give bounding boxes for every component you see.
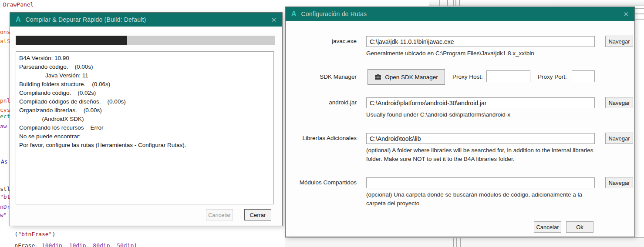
b4a-logo-icon: A (291, 10, 297, 18)
toolbar-separator (455, 0, 456, 6)
editor-code-token: alS (0, 38, 10, 44)
additional-libraries-browse-button[interactable]: Navegar (605, 133, 633, 144)
cancel-button[interactable]: Cancelar (534, 221, 561, 233)
b4a-logo-icon: A (16, 16, 21, 23)
close-button[interactable]: Cerrar (244, 209, 271, 220)
code-segment: 50dip (117, 242, 134, 247)
code-segment: ) (134, 242, 137, 247)
compile-dialog-title: Compilar & Depurar Rápido (Build: Defaul… (26, 16, 271, 23)
log-line: B4A Versión: 10.90 (19, 54, 273, 63)
editor-code-token: ons (0, 29, 10, 35)
shared-modules-label: Módulos Compartidos (286, 179, 357, 186)
background-panel-edge (635, 13, 644, 14)
log-line: Organizando librerías. (0.00s) (19, 106, 273, 115)
code-segment: 10dip (69, 242, 86, 247)
code-segment: , (86, 242, 93, 247)
log-line: Parseando código. (0.00s) (19, 63, 273, 71)
compile-dialog: A Compilar & Depurar Rápido (Build: Defa… (10, 12, 283, 226)
editor-code-token: nDr (0, 204, 10, 210)
proxy-host-input[interactable] (486, 70, 530, 82)
log-line: Compilado códigos de diseños. (0.00s) (19, 97, 273, 106)
javac-browse-button[interactable]: Navegar (605, 36, 633, 47)
code-segment: , (62, 242, 69, 247)
background-panel-edge (635, 19, 644, 20)
editor-code-line: nErase, 100dip, 10dip, 80dip, 50dip) (1, 236, 137, 247)
log-line: No se puede encontrar: (19, 132, 273, 141)
toolbar-separator (456, 238, 457, 247)
additional-libraries-label: Librerías Adicionales (286, 135, 357, 141)
editor-code-token: As (1, 158, 8, 165)
paths-dialog-titlebar[interactable]: A Configuración de Rutas ✕ (286, 7, 634, 21)
open-sdk-manager-button[interactable]: Open SDK Manager (368, 69, 445, 85)
compile-dialog-titlebar[interactable]: A Compilar & Depurar Rápido (Build: Defa… (10, 13, 282, 27)
shared-modules-browse-button[interactable]: Navegar (605, 177, 633, 188)
log-line: Compilando código. (0.02s) (19, 89, 273, 97)
android-jar-hint: Usually found under C:\android-sdk\platf… (366, 110, 599, 119)
editor-code-token: aw (0, 123, 7, 130)
log-line: Por favor, configure las rutas (Herramie… (19, 141, 273, 150)
log-line: Compilando los recursos Error (19, 124, 273, 132)
editor-code-token: stl (0, 186, 10, 192)
shared-modules-hint: (opcional) Una carpeta donde se buscarán… (366, 190, 599, 208)
code-segment: 80dip (93, 242, 110, 247)
javac-label: javac.exe (286, 38, 357, 44)
b4a-ide-screen: DrawPanel ons alS pnl cvs ect aw As stl … (0, 0, 644, 247)
toolbar-separator (439, 0, 440, 6)
editor-code-token: ect (0, 113, 10, 120)
toolbox-icon (374, 74, 381, 80)
editor-code-token: w" (0, 212, 7, 218)
toolbar-separator (453, 238, 454, 247)
proxy-port-label: Proxy Port: (538, 73, 571, 80)
close-icon[interactable]: ✕ (271, 17, 276, 23)
ide-bottom-strip (285, 237, 644, 247)
editor-code-token: cvs (0, 107, 10, 113)
toolbar-separator (447, 0, 448, 6)
sdk-manager-label: SDK Manager (286, 73, 357, 80)
log-line: Building folders structure. (0.06s) (19, 80, 273, 89)
paths-dialog-title: Configuración de Rutas (301, 10, 624, 17)
javac-hint: Generalmente ubicado en C:\Program Files… (366, 49, 599, 58)
ide-toolbar-strip (429, 0, 644, 6)
paths-config-dialog: A Configuración de Rutas ✕ javac.exe Nav… (285, 7, 635, 237)
additional-libraries-input[interactable] (366, 133, 595, 144)
additional-libraries-hint: (optional) A folder where libraries will… (366, 146, 599, 164)
code-segment: 100dip (42, 242, 62, 247)
android-jar-label: android.jar (286, 99, 357, 106)
background-panel-edge (635, 8, 644, 9)
log-line: (AndroidX SDK) (19, 115, 273, 124)
open-sdk-manager-label: Open SDK Manager (385, 74, 438, 80)
shared-modules-input[interactable] (366, 177, 595, 188)
close-icon[interactable]: ✕ (623, 11, 629, 17)
editor-code-token: "bt (0, 194, 10, 200)
proxy-host-label: Proxy Host: (452, 73, 486, 80)
toolbar-separator (453, 0, 454, 6)
toolbar-separator (460, 238, 461, 247)
editor-code-token: DrawPanel (3, 1, 34, 8)
code-segment: , (110, 242, 117, 247)
compile-progress-bar (16, 36, 275, 45)
editor-code-token: pnl (0, 97, 10, 104)
android-jar-input[interactable] (366, 97, 595, 108)
ok-button[interactable]: Ok (566, 221, 593, 233)
javac-input[interactable] (366, 36, 595, 47)
compile-log[interactable]: B4A Versión: 10.90 Parseando código. (0.… (16, 51, 274, 204)
cancel-button[interactable]: Cancelar (206, 209, 233, 220)
android-jar-browse-button[interactable]: Navegar (605, 97, 633, 108)
progress-fill (16, 36, 127, 45)
proxy-port-input[interactable] (572, 70, 595, 82)
toolbar-separator (459, 0, 460, 6)
log-line: Java Versión: 11 (19, 71, 273, 80)
code-segment: nErase, (14, 242, 42, 247)
